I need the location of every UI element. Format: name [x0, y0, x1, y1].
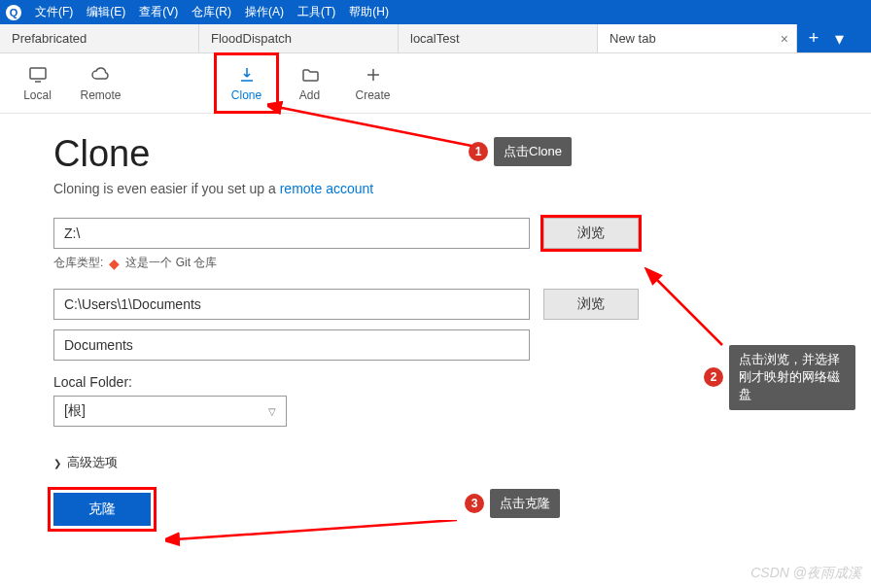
tab-new[interactable]: New tab × — [598, 24, 797, 52]
content: Clone Cloning is even easier if you set … — [0, 114, 871, 545]
tool-local[interactable]: Local — [6, 53, 69, 113]
tab-localtest[interactable]: localTest — [399, 24, 598, 52]
browse-dest-button[interactable]: 浏览 — [543, 289, 639, 320]
page-title: Clone — [53, 133, 818, 175]
chevron-right-icon: ❯ — [53, 458, 61, 468]
menu-repo[interactable]: 仓库(R) — [192, 4, 231, 20]
tool-add[interactable]: Add — [278, 53, 341, 113]
tab-flooddispatch[interactable]: FloodDispatch — [199, 24, 399, 52]
git-icon: ◆ — [109, 256, 120, 271]
source-path-input[interactable] — [53, 218, 530, 249]
subtitle: Cloning is even easier if you set up a r… — [53, 181, 818, 196]
menu-view[interactable]: 查看(V) — [139, 4, 178, 20]
toolbar: Local Remote Clone Add Create — [0, 53, 871, 114]
tool-remote[interactable]: Remote — [69, 53, 132, 113]
app-logo: Q — [6, 5, 21, 20]
watermark: CSDN @夜雨成溪 — [750, 565, 861, 582]
folder-icon — [300, 65, 320, 85]
menu-edit[interactable]: 编辑(E) — [87, 4, 125, 20]
chevron-down-icon: ▽ — [268, 406, 276, 417]
tool-create[interactable]: Create — [341, 53, 404, 113]
advanced-options[interactable]: ❯ 高级选项 — [53, 454, 818, 471]
tab-prefabricated[interactable]: Prefabricated — [0, 24, 199, 52]
menu-tools[interactable]: 工具(T) — [297, 4, 335, 20]
tab-actions: + ▾ — [797, 24, 871, 52]
download-icon — [237, 65, 257, 85]
menu-action[interactable]: 操作(A) — [245, 4, 284, 20]
add-tab-button[interactable]: + — [803, 28, 824, 49]
repo-type: 仓库类型: ◆ 这是一个 Git 仓库 — [53, 255, 818, 271]
tab-menu-button[interactable]: ▾ — [828, 28, 850, 50]
remote-account-link[interactable]: remote account — [280, 181, 374, 196]
tab-bar: Prefabricated FloodDispatch localTest Ne… — [0, 24, 871, 53]
menu-help[interactable]: 帮助(H) — [349, 4, 389, 20]
clone-button[interactable]: 克隆 — [53, 493, 151, 526]
cloud-icon — [91, 65, 111, 85]
local-folder-label: Local Folder: — [53, 374, 818, 390]
monitor-icon — [28, 65, 48, 85]
menu-file[interactable]: 文件(F) — [35, 4, 73, 20]
local-folder-select[interactable]: [根] ▽ — [53, 396, 287, 427]
tool-clone[interactable]: Clone — [215, 53, 278, 113]
browse-source-button[interactable]: 浏览 — [543, 218, 639, 249]
close-icon[interactable]: × — [781, 31, 788, 47]
plus-icon — [364, 65, 383, 85]
dest-path-input[interactable] — [53, 289, 530, 320]
menu-bar: Q 文件(F) 编辑(E) 查看(V) 仓库(R) 操作(A) 工具(T) 帮助… — [0, 0, 871, 24]
svg-rect-0 — [30, 68, 46, 79]
name-input[interactable] — [53, 329, 530, 361]
